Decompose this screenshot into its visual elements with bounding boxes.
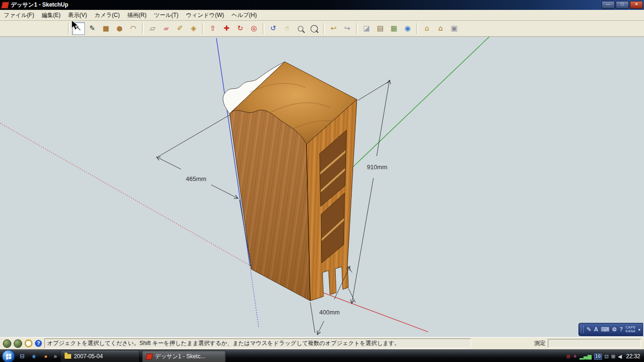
menu-view[interactable]: 表示(V) — [64, 10, 91, 21]
toggle-terrain-tool[interactable]: ▦ — [388, 22, 400, 35]
window-title: デッサン1 - SketchUp — [11, 1, 601, 9]
title-bar: デッサン1 - SketchUp — □ ✕ — [0, 0, 644, 10]
ime-language-bar[interactable]: ✎ A ⌨ ⚙ ? CAPS KANA ▾ — [578, 323, 643, 336]
measurement-input[interactable] — [548, 339, 641, 348]
show-desktop-icon[interactable]: ⊟ — [17, 352, 27, 361]
minimize-button[interactable]: — — [602, 1, 615, 9]
dim-line-910[interactable] — [352, 178, 373, 304]
select-tool[interactable]: ↖ — [72, 22, 85, 35]
quick-launch-chevron[interactable]: » — [54, 353, 57, 360]
measurement-label: 測定 — [534, 339, 545, 347]
rectangle-icon: ■ — [102, 25, 109, 32]
push-pull-tool[interactable]: ⇧ — [206, 22, 219, 35]
arc-tool[interactable]: ◠ — [127, 22, 140, 35]
make-component-tool[interactable]: ▱ — [146, 22, 159, 35]
menu-tools[interactable]: ツール(T) — [150, 10, 182, 21]
dim-line-910[interactable] — [377, 80, 389, 156]
menu-help[interactable]: ヘルプ(H) — [228, 10, 261, 21]
move-icon: ✚ — [223, 25, 230, 32]
status-circle-icon-3[interactable] — [25, 339, 33, 347]
components-tool[interactable]: ▣ — [448, 22, 461, 35]
drawing-viewport[interactable]: 465mm 910mm 400mm ✎ A ⌨ ⚙ ? CAPS KANA ▾ — [0, 37, 644, 337]
start-button[interactable] — [2, 350, 15, 362]
ime-badge-icon[interactable]: 10 — [594, 354, 602, 360]
rotate-tool[interactable]: ↻ — [234, 22, 247, 35]
previous-view-tool[interactable]: ↩ — [327, 22, 340, 35]
next-view-tool[interactable]: ↪ — [341, 22, 354, 35]
next-view-icon: ↪ — [344, 25, 350, 32]
paint-bucket-tool[interactable]: ◈ — [187, 22, 200, 35]
rectangle-tool[interactable]: ■ — [99, 22, 112, 35]
get-current-view-tool[interactable]: ▤ — [374, 22, 387, 35]
status-bar: ? オブジェクトを選択してください。Shift キーを押したまま選択するか、また… — [0, 337, 644, 349]
sketchup-window: デッサン1 - SketchUp — □ ✕ ファイル(F) 編集(E) 表示(… — [0, 0, 644, 362]
section-plane-tool[interactable]: ◪ — [360, 22, 373, 35]
maximize-button[interactable]: □ — [616, 1, 629, 9]
display-icon[interactable]: ⊡ — [604, 354, 609, 359]
language-bar-chevron[interactable]: ▾ — [638, 328, 640, 332]
caps-indicator[interactable]: CAPS — [626, 326, 636, 329]
get-current-view-icon: ▤ — [377, 25, 383, 32]
pan-hand-icon: ☝ — [285, 25, 289, 32]
zoom-icon: ○ — [297, 25, 304, 32]
menu-camera[interactable]: カメラ(C) — [91, 10, 124, 21]
dim-line-465[interactable] — [157, 157, 181, 169]
taskbar-clock[interactable]: 22:32 — [626, 353, 640, 360]
taskbar-button-label: 2007-05-04 — [74, 353, 103, 360]
menu-file[interactable]: ファイル(F) — [0, 10, 38, 21]
security-alert-icon[interactable]: ⊘ — [566, 354, 570, 359]
get-models-tool[interactable]: ⌂ — [421, 22, 433, 35]
rotate-icon: ↻ — [237, 25, 243, 32]
zoom-extents-tool[interactable]: ◯ — [308, 22, 321, 35]
model-canvas[interactable]: 465mm 910mm 400mm — [0, 37, 644, 337]
pan-tool[interactable]: ☝ — [281, 22, 293, 35]
components-icon: ▣ — [451, 25, 457, 32]
close-button[interactable]: ✕ — [630, 1, 643, 9]
firefox-icon[interactable]: ● — [41, 352, 50, 361]
ime-keyboard-icon[interactable]: ⌨ — [601, 327, 609, 332]
ime-pen-icon[interactable]: ✎ — [586, 327, 591, 332]
ime-help-icon[interactable]: ? — [620, 327, 623, 332]
taskbar-button-folder[interactable]: 2007-05-04 — [60, 350, 140, 362]
dim-line-465[interactable] — [211, 185, 238, 198]
share-model-tool[interactable]: ⌂ — [434, 22, 447, 35]
volume-icon[interactable]: ◀ — [618, 354, 622, 359]
google-earth-tool[interactable]: ◉ — [401, 22, 414, 35]
eraser-tool[interactable]: ▰ — [160, 22, 173, 35]
menu-edit[interactable]: 編集(E) — [38, 10, 64, 21]
menu-bar: ファイル(F) 編集(E) 表示(V) カメラ(C) 描画(R) ツール(T) … — [0, 10, 644, 21]
notifier-icon[interactable]: ✶ — [573, 354, 577, 359]
browser-icon[interactable]: e — [29, 352, 39, 361]
signal-icon[interactable]: ▂▄▆ — [579, 354, 591, 359]
taskbar-button-sketchup[interactable]: デッサン1 - Sketc... — [142, 350, 226, 362]
dim-extension-line — [348, 288, 355, 303]
line-tool[interactable]: ✎ — [86, 22, 99, 35]
menu-draw[interactable]: 描画(R) — [124, 10, 150, 21]
red-axis-negative — [0, 123, 250, 265]
status-circle-icon-2[interactable] — [14, 339, 22, 348]
kana-indicator[interactable]: KANA — [626, 329, 636, 333]
zoom-tool[interactable]: ○ — [294, 22, 307, 35]
orbit-tool[interactable]: ↺ — [267, 22, 280, 35]
move-tool[interactable]: ✚ — [220, 22, 233, 35]
offset-icon: ◎ — [251, 25, 257, 32]
ime-input-mode[interactable]: A — [594, 327, 598, 332]
paint-bucket-icon: ◈ — [191, 25, 197, 32]
context-help-icon[interactable]: ? — [35, 340, 42, 347]
status-circle-icon-1[interactable] — [3, 339, 11, 348]
toolbar-separator — [68, 23, 70, 34]
status-message: オブジェクトを選択してください。Shift キーを押したまま選択するか、またはマ… — [44, 338, 471, 348]
language-bar-grip[interactable] — [581, 326, 584, 333]
dim-line-400[interactable] — [317, 321, 324, 335]
cabinet-model[interactable] — [230, 62, 357, 301]
dim-extension-line — [158, 115, 230, 156]
tape-measure-tool[interactable]: ✐ — [173, 22, 186, 35]
network-icon[interactable]: ⊞ — [611, 354, 615, 359]
menu-window[interactable]: ウィンドウ(W) — [182, 10, 228, 21]
circle-tool[interactable]: ● — [113, 22, 126, 35]
eraser-icon: ▰ — [164, 25, 169, 32]
offset-tool[interactable]: ◎ — [248, 22, 260, 35]
ime-settings-icon[interactable]: ⚙ — [612, 327, 617, 332]
caps-kana-indicator[interactable]: CAPS KANA — [626, 326, 636, 333]
component-icon: ▱ — [150, 25, 156, 32]
